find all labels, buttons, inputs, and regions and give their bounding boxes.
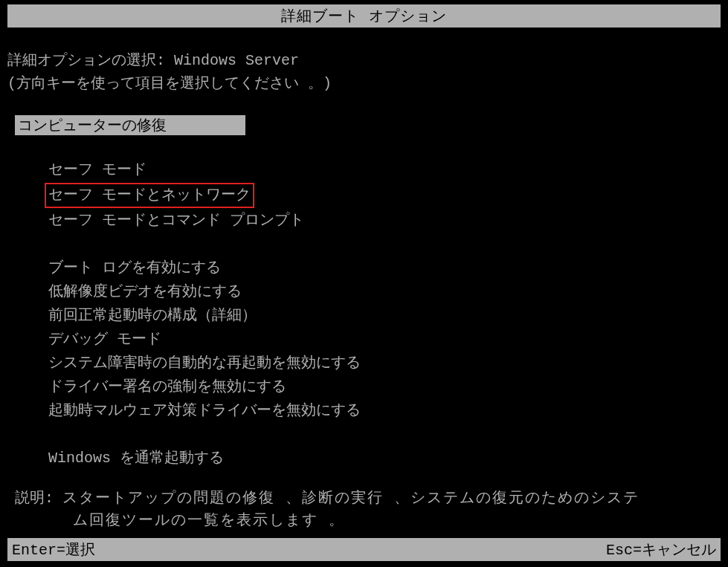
footer-bar: Enter=選択 Esc=キャンセル [7,538,721,561]
option-safe-mode-command[interactable]: セーフ モードとコマンド プロンプト [48,210,721,232]
option-low-res-video[interactable]: 低解像度ビデオを有効にする [48,281,721,303]
description-line-1: スタートアップの問題の修復 、診断の実行 、システムの復元のためのシステ [62,490,640,507]
option-last-known-good[interactable]: 前回正常起動時の構成（詳細） [48,305,721,327]
footer-enter: Enter=選択 [12,540,95,560]
description-line-2: ム回復ツールの一覧を表示します 。 [15,510,713,532]
description-label: 説明: [15,490,54,507]
instruction-line: (方向キーを使って項目を選択してください 。) [7,73,721,93]
instruction-text: (方向キーを使って項目を選択してください 。) [7,75,332,92]
title-bar: 詳細ブート オプション [7,4,721,27]
boot-option-group-3: Windows を通常起動する [7,447,721,470]
content-area: 詳細オプションの選択: Windows Server (方向キーを使って項目を選… [0,27,728,532]
option-disable-driver-sig[interactable]: ドライバー署名の強制を無効にする [48,376,721,398]
boot-option-group-1: セーフ モード セーフ モードとネットワーク セーフ モードとコマンド プロンプ… [7,159,721,232]
highlight-box: セーフ モードとネットワーク [45,183,254,208]
selected-option: コンピューターの修復 [15,115,245,135]
option-boot-logging[interactable]: ブート ログを有効にする [48,257,721,279]
selected-option-row[interactable]: コンピューターの修復 [7,115,721,135]
selection-prompt: 詳細オプションの選択: [7,52,165,69]
option-debug-mode[interactable]: デバッグ モード [48,328,721,351]
description-area: 説明: スタートアップの問題の修復 、診断の実行 、システムの復元のためのシステ… [7,487,721,532]
option-safe-mode-networking[interactable]: セーフ モードとネットワーク [48,183,721,208]
option-disable-antimalware[interactable]: 起動時マルウェア対策ドライバーを無効にする [48,400,721,422]
option-safe-mode[interactable]: セーフ モード [48,159,721,181]
boot-option-group-2: ブート ログを有効にする 低解像度ビデオを有効にする 前回正常起動時の構成（詳細… [7,257,721,422]
selection-prompt-line: 詳細オプションの選択: Windows Server [7,50,721,70]
screen-title: 詳細ブート オプション [281,8,447,25]
os-name: Windows Server [174,52,299,69]
option-start-normally[interactable]: Windows を通常起動する [48,447,721,470]
footer-esc: Esc=キャンセル [606,540,716,560]
option-disable-auto-restart[interactable]: システム障害時の自動的な再起動を無効にする [48,352,721,375]
